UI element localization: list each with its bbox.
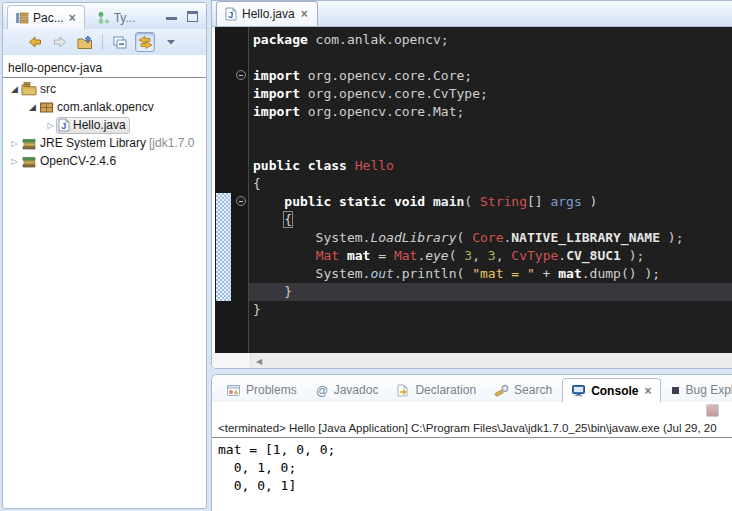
code-token-decl: main <box>433 194 464 209</box>
editor-tab-close-icon[interactable]: × <box>300 9 309 19</box>
expand-twisty-icon[interactable]: ▷ <box>9 157 20 166</box>
link-editor-icon <box>137 35 154 50</box>
forward-button[interactable] <box>50 32 70 52</box>
tree-node[interactable]: OpenCV-2.4.6 <box>20 153 119 170</box>
console-output-line: 0, 0, 1] <box>218 477 726 495</box>
tab-type-hierarchy[interactable]: Ty... <box>89 5 144 29</box>
code-line[interactable] <box>249 49 732 67</box>
code-token-num: 3 <box>488 248 496 263</box>
code-line[interactable]: { <box>249 211 732 229</box>
tab-close-icon[interactable]: × <box>643 386 652 396</box>
tree-item-com-anlak-opencv[interactable]: ◢com.anlak.opencv <box>3 98 206 116</box>
tab-label: Search <box>514 383 552 397</box>
console-view: Problems@JavadocDeclarationSearchConsole… <box>211 374 732 511</box>
declaration-icon <box>396 384 410 397</box>
svg-text:@: @ <box>316 384 328 397</box>
package-explorer-toolbar <box>3 29 206 55</box>
collapse-all-icon <box>112 35 128 50</box>
console-output[interactable]: mat = [1, 0, 0; 0, 1, 0; 0, 0, 1] <box>212 438 732 498</box>
java-editor: J Hello.java × package com.anlak.opencv;… <box>211 0 732 369</box>
tree-node[interactable]: src <box>20 81 59 98</box>
terminate-button[interactable] <box>706 404 719 417</box>
tab-console[interactable]: Console× <box>562 378 661 402</box>
code-token-pl: } <box>253 302 261 317</box>
code-line[interactable] <box>249 139 732 157</box>
code-token-pl: System. <box>253 230 370 245</box>
tab-bug-explorer[interactable]: Bug Explorer <box>663 378 732 402</box>
problems-icon <box>226 384 241 397</box>
tree-item-project[interactable]: hello-opencv-java <box>3 60 206 78</box>
scroll-left-arrow-icon[interactable]: ◀ <box>251 357 267 366</box>
code-line[interactable]: package com.anlak.opencv; <box>249 31 732 49</box>
code-area[interactable]: package com.anlak.opencv;import org.open… <box>249 27 732 353</box>
quick-diff-change-indicator <box>216 193 231 301</box>
code-token-pl: } <box>253 284 292 299</box>
tree-item-label: com.anlak.opencv <box>57 100 154 114</box>
code-token-pl: ( <box>457 230 473 245</box>
collapse-twisty-icon[interactable]: ◢ <box>9 84 20 94</box>
tree-item-opencv-2-4-6[interactable]: ▷OpenCV-2.4.6 <box>3 152 206 170</box>
code-token-type: Hello <box>355 158 394 173</box>
fold-collapse-icon[interactable] <box>236 70 246 80</box>
fold-collapse-icon[interactable] <box>236 196 246 206</box>
code-line[interactable]: public class Hello <box>249 157 732 175</box>
code-line[interactable]: import org.opencv.core.Mat; <box>249 103 732 121</box>
package-explorer-view: Pac... × Ty... hello-opencv-java ◢src◢co… <box>2 2 207 509</box>
selected-tree-node[interactable]: JHello.java <box>56 117 130 134</box>
tree-item-src[interactable]: ◢src <box>3 80 206 98</box>
code-line[interactable]: Mat mat = Mat.eye( 3, 3, CvType.CV_8UC1 … <box>249 247 732 265</box>
expand-twisty-icon[interactable]: ▷ <box>9 139 20 148</box>
editor-tab-hello-java[interactable]: J Hello.java × <box>216 1 318 26</box>
tree-item-label: Hello.java <box>73 118 126 132</box>
code-line[interactable]: import org.opencv.core.CvType; <box>249 85 732 103</box>
up-folder-button[interactable] <box>75 32 95 52</box>
code-line[interactable] <box>249 121 732 139</box>
back-button[interactable] <box>25 32 45 52</box>
tree-item-hello-java[interactable]: ▷JHello.java <box>3 116 206 134</box>
tab-problems[interactable]: Problems <box>218 378 305 402</box>
tree-node[interactable]: JRE System Library [jdk1.7.0 <box>20 135 197 152</box>
expand-twisty-icon[interactable]: ▷ <box>45 121 56 130</box>
console-status-line: <terminated> Hello [Java Application] C:… <box>212 421 732 438</box>
tab-label: Console <box>591 384 638 398</box>
tab-javadoc[interactable]: @Javadoc <box>307 378 387 402</box>
code-token-kw: public class <box>253 158 347 173</box>
code-token-pl <box>253 194 284 209</box>
maximize-view-button[interactable] <box>187 11 198 22</box>
editor-horizontal-scrollbar[interactable]: ◀ <box>212 353 732 369</box>
tab-label: Javadoc <box>334 383 379 397</box>
tab-package-explorer[interactable]: Pac... × <box>7 5 85 29</box>
svg-text:J: J <box>61 121 66 131</box>
code-line[interactable]: import org.opencv.core.Core; <box>249 67 732 85</box>
forward-icon <box>52 34 68 50</box>
code-line[interactable]: { <box>249 175 732 193</box>
code-token-pl <box>347 158 355 173</box>
code-line[interactable]: public static void main( String[] args ) <box>249 193 732 211</box>
collapse-all-button[interactable] <box>110 32 130 52</box>
editor-body: package com.anlak.opencv;import org.open… <box>215 27 732 353</box>
code-token-type: Mat <box>316 248 339 263</box>
tab-close-icon[interactable]: × <box>68 13 77 23</box>
tree-item-jre-system-library[interactable]: ▷JRE System Library [jdk1.7.0 <box>3 134 206 152</box>
collapse-twisty-icon[interactable]: ◢ <box>27 102 38 112</box>
code-token-pl: { <box>253 176 261 191</box>
link-editor-button[interactable] <box>135 32 155 52</box>
javadoc-icon: @ <box>315 384 329 397</box>
java-file-icon: J <box>58 118 70 132</box>
code-line[interactable]: System.out.println( "mat = " + mat.dump(… <box>249 265 732 283</box>
package-explorer-tabbar: Pac... × Ty... <box>3 3 206 29</box>
editor-annotation-ruler[interactable] <box>215 27 249 353</box>
code-token-kw: package <box>253 32 308 47</box>
code-line[interactable]: System.LoadLibrary( Core.NATIVE_LIBRARY_… <box>249 229 732 247</box>
tab-type-hierarchy-label: Ty... <box>114 11 136 25</box>
code-line-current[interactable]: } <box>249 283 732 301</box>
view-menu-button[interactable] <box>164 32 178 52</box>
minimize-view-button[interactable] <box>166 16 177 20</box>
code-line[interactable]: } <box>249 301 732 319</box>
tree-item-label: src <box>40 82 56 96</box>
tab-declaration[interactable]: Declaration <box>388 378 484 402</box>
scrollbar-track[interactable]: ◀ <box>250 353 732 369</box>
tab-search[interactable]: Search <box>486 378 560 402</box>
tree-node[interactable]: com.anlak.opencv <box>38 99 157 116</box>
library-icon <box>21 154 37 168</box>
